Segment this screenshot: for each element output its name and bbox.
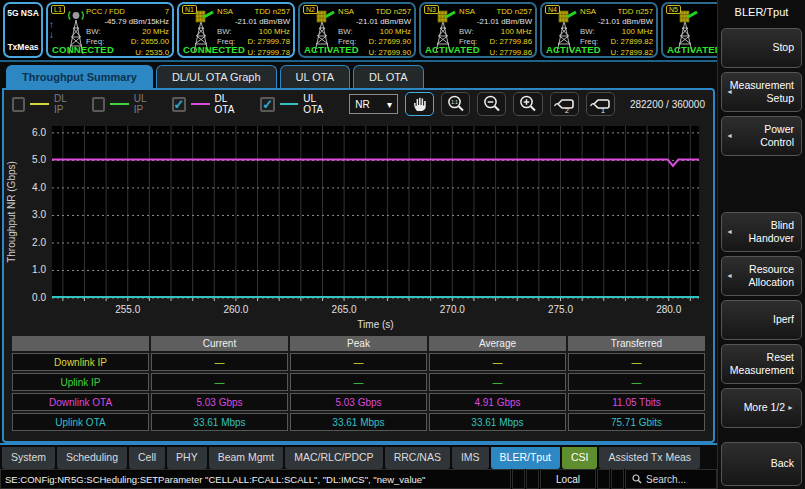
x-axis-label: Time (s) [357, 319, 393, 330]
softkey-measurement-setup[interactable]: ◄Measurement Setup [721, 72, 802, 112]
row-value: 5.03 Gbps [290, 393, 427, 411]
tech-select[interactable]: NR▾ [349, 94, 398, 114]
cell-panel-n5[interactable]: N5ACTIVATED [661, 2, 717, 58]
svg-text:5.0: 5.0 [32, 154, 46, 165]
bottom-tab-scheduling[interactable]: Scheduling [57, 447, 127, 469]
cell-panel-n1[interactable]: N1NSATDD n257-21.01 dBm/BWBW:100 MHzFreq… [177, 2, 295, 58]
tab-dl-ota[interactable]: DL OTA [353, 65, 424, 88]
throughput-chart[interactable]: 0.01.02.03.04.05.06.0255.0260.0265.0270.… [4, 118, 713, 332]
cell-panel-n3[interactable]: N3NSATDD n257-21.01 dBm/BWBW:100 MHzFreq… [419, 2, 537, 58]
softkey-reset-measurement[interactable]: Reset Measurement [721, 344, 802, 384]
cell-badge: N4 [545, 5, 560, 14]
table-row: Downlink OTA5.03 Gbps5.03 Gbps4.91 Gbps1… [12, 393, 705, 411]
softkey-back[interactable]: Back [721, 442, 802, 486]
bottom-tab-system[interactable]: System [2, 447, 55, 469]
table-header-row: CurrentPeakAverageTransferred [12, 336, 705, 351]
bw-label: BW: [580, 27, 595, 37]
cell-connection-status: ACTIVATED [304, 44, 359, 55]
legend-checkbox[interactable]: ✓ [172, 97, 187, 112]
submenu-right-arrow-icon: ► [787, 404, 794, 413]
softkey-power-control[interactable]: ◄Power Control [721, 116, 802, 156]
cell-badge: L1 [51, 5, 65, 14]
y-axis-label: Throughput NR (Gbps) [6, 161, 17, 263]
bottom-tab-cell[interactable]: Cell [129, 447, 165, 469]
instrument-brand: 5G NSA TxMeas [3, 2, 43, 58]
table-header-cell: Current [151, 336, 288, 351]
zoom-region-1-button[interactable]: 1 [586, 92, 615, 116]
bottom-tab-mac-rlc-pdcp[interactable]: MAC/RLC/PDCP [285, 447, 382, 469]
softkey-title: BLER/Tput [721, 0, 802, 24]
cell-title-row: PCC / FDD7 [86, 7, 169, 17]
freq-dl: D: 27999.78 [248, 37, 290, 47]
bottom-tab-ims[interactable]: IMS [452, 447, 489, 469]
row-label: Downlink OTA [12, 393, 149, 411]
svg-text:275.0: 275.0 [548, 304, 573, 315]
cell-title-row: NSATDD n257 [217, 7, 290, 17]
zoom-in-button[interactable] [513, 92, 542, 116]
cell-title-row: NSATDD n257 [459, 7, 532, 17]
status-cell-1 [512, 469, 525, 489]
legend-checkbox[interactable]: ✓ [260, 97, 275, 112]
svg-text:265.0: 265.0 [332, 304, 357, 315]
bottom-tab-rrc-nas[interactable]: RRC/NAS [385, 447, 450, 469]
row-label: Uplink OTA [12, 413, 149, 431]
softkey-label: Blind Handover [735, 219, 794, 245]
cell-band: TDD n257 [254, 7, 290, 17]
search-placeholder: Search... [646, 474, 686, 485]
softkey-stop[interactable]: Stop [721, 28, 802, 68]
cell-band: TDD n257 [617, 7, 653, 17]
zoom-region-1-icon: 1 [588, 94, 612, 114]
freq-dl: D: 27699.90 [369, 37, 411, 47]
legend-ul-ip: UL IP [92, 93, 155, 115]
legend-dl-ota: ✓DL OTA [172, 93, 244, 115]
cell-panel-n4[interactable]: N4NSATDD n257-21.01 dBm/BWBW:100 MHzFreq… [540, 2, 658, 58]
chart-svg: 0.01.02.03.04.05.06.0255.0260.0265.0270.… [4, 118, 707, 332]
tab-dl-ul-ota-graph[interactable]: DL/UL OTA Graph [156, 65, 277, 88]
brand-line1: 5G NSA [7, 8, 39, 18]
tech-select-value: NR [355, 99, 369, 110]
throughput-summary-panel: DL IPUL IP✓DL OTA✓UL OTANR▾1:121282200 /… [2, 88, 715, 443]
local-mode-indicator[interactable]: Local [540, 469, 596, 489]
bw-value: 100 MHz [380, 27, 411, 37]
cell-panel-n2[interactable]: N2NSATDD n257-21.01 dBm/BWBW:100 MHzFreq… [298, 2, 416, 58]
scpi-command-text: SE:CONFig:NR5G:SCHeduling:SETParameter "… [0, 469, 511, 489]
zoom-region-2-button[interactable]: 2 [550, 92, 579, 116]
submenu-left-arrow-icon: ◄ [726, 228, 733, 237]
search-box[interactable]: Search... [625, 469, 717, 489]
tab-throughput-summary[interactable]: Throughput Summary [6, 65, 153, 88]
pan-button[interactable] [405, 92, 434, 116]
zoom-out-button[interactable] [477, 92, 506, 116]
cell-bw-row: BW:100 MHz [217, 27, 290, 37]
bottom-tab-assisted-tx-meas[interactable]: Assisted Tx Meas [599, 447, 700, 469]
softkey-more-1-2[interactable]: More 1/2► [721, 388, 802, 428]
row-value: — [151, 373, 288, 391]
svg-text:260.0: 260.0 [223, 304, 248, 315]
row-value: 33.61 Mbps [290, 413, 427, 431]
zoom-1-1-button[interactable]: 1:1 [441, 92, 470, 116]
throughput-table-wrap: CurrentPeakAverageTransferredDownlink IP… [4, 332, 713, 433]
chevron-down-icon: ▾ [387, 99, 392, 110]
bottom-tab-beam-mgmt[interactable]: Beam Mgmt [209, 447, 284, 469]
cell-power: -21.01 dBm/BW [580, 17, 653, 27]
main-area: 5G NSA TxMeas L1↑↓PCC / FDD7-45.79 dBm/1… [0, 0, 717, 489]
bottom-tab-phy[interactable]: PHY [167, 447, 207, 469]
legend-checkbox[interactable] [12, 97, 25, 112]
softkey-resource-allocation[interactable]: ◄Resource Allocation [721, 256, 802, 296]
softkey-blind-handover[interactable]: ◄Blind Handover [721, 212, 802, 252]
cell-connection-status: ACTIVATED [425, 44, 480, 55]
legend-checkbox[interactable] [92, 97, 105, 112]
cell-power: -21.01 dBm/BW [459, 17, 532, 27]
row-label: Downlink IP [12, 353, 149, 371]
softkey-iperf[interactable]: Iperf [721, 300, 802, 340]
bottom-tab-bler-tput[interactable]: BLER/Tput [491, 447, 560, 469]
cell-connection-status: ACTIVATED [546, 44, 601, 55]
bottom-tab-csi[interactable]: CSI [562, 447, 598, 469]
sample-counter: 282200 / 360000 [630, 99, 705, 110]
cell-panel-l1[interactable]: L1↑↓PCC / FDD7-45.79 dBm/15kHzBW:20 MHzF… [46, 2, 174, 58]
softkey-label: Resource Allocation [735, 263, 794, 289]
submenu-left-arrow-icon: ◄ [726, 272, 733, 281]
cell-power: -45.79 dBm/15kHz [86, 17, 169, 27]
brand-line2: TxMeas [7, 42, 38, 52]
tab-ul-ota[interactable]: UL OTA [280, 65, 351, 88]
cell-connection-status: ACTIVATED [667, 44, 717, 55]
